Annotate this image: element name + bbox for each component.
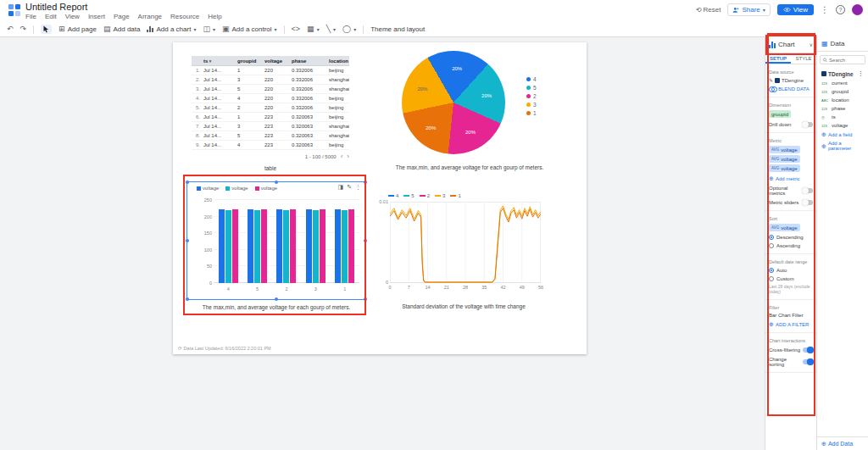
- metric-chip[interactable]: AVGvoltage: [769, 155, 800, 163]
- more-options-icon[interactable]: ⋮: [821, 5, 829, 14]
- bar[interactable]: [348, 209, 354, 283]
- add-page-button[interactable]: ⊞ Add page: [58, 25, 97, 33]
- selection-handle[interactable]: [364, 181, 367, 184]
- reset-button[interactable]: ⟲ Reset: [696, 6, 721, 14]
- blend-data-button[interactable]: BLEND DATA: [769, 86, 813, 92]
- table-chart[interactable]: ts ▾groupidvoltagephaselocation 1.Jul 14…: [192, 56, 349, 171]
- metric-chip[interactable]: AVGvoltage: [769, 146, 800, 153]
- field-phase[interactable]: 123phase: [817, 104, 868, 113]
- legend-item[interactable]: 2: [526, 93, 537, 99]
- legend-item[interactable]: 3: [435, 193, 445, 198]
- dimension-chip[interactable]: groupid: [769, 110, 791, 118]
- bar[interactable]: [335, 209, 341, 283]
- looker-studio-logo[interactable]: [8, 4, 20, 16]
- legend-item[interactable]: 2: [420, 193, 430, 198]
- bar[interactable]: [276, 209, 282, 283]
- share-button[interactable]: Share ▾: [727, 3, 770, 16]
- sort-ascending-radio[interactable]: Ascending: [769, 243, 813, 248]
- table-row[interactable]: 6.Jul 14...12230.320063beijing: [192, 113, 349, 122]
- help-icon[interactable]: ?: [836, 5, 845, 14]
- shape-tool-button[interactable]: ◯ ▾: [342, 25, 356, 33]
- column-ts[interactable]: ts ▾: [202, 58, 236, 64]
- legend-item[interactable]: 4: [388, 193, 398, 198]
- legend-item[interactable]: 5: [526, 85, 537, 91]
- menu-file[interactable]: File: [25, 13, 36, 20]
- add-parameter-button[interactable]: ⊕ Add a parameter: [817, 139, 868, 153]
- add-data-bottom-button[interactable]: ⊕ Add Data: [817, 436, 868, 450]
- table-row[interactable]: 7.Jul 14...32230.320063shanghai: [192, 122, 349, 131]
- search-box[interactable]: [820, 55, 865, 64]
- bar[interactable]: [342, 210, 348, 283]
- menu-help[interactable]: Help: [208, 13, 221, 20]
- view-button[interactable]: View: [777, 4, 814, 15]
- embed-icon[interactable]: <>: [292, 25, 301, 33]
- bar[interactable]: [306, 209, 312, 283]
- menu-view[interactable]: View: [65, 13, 80, 20]
- pie-chart[interactable]: 20%20%20%20%20% 45231 The max,min, and a…: [364, 47, 576, 176]
- legend-item[interactable]: 1: [526, 110, 537, 116]
- data-source-chip[interactable]: ✎ TDengine: [769, 77, 813, 83]
- prev-page-icon[interactable]: ‹: [341, 153, 343, 160]
- optional-metrics-toggle[interactable]: [803, 188, 813, 193]
- date-custom-radio[interactable]: Custom: [769, 276, 813, 281]
- avatar[interactable]: [852, 4, 863, 15]
- selection-handle[interactable]: [364, 297, 367, 301]
- column-location[interactable]: location: [327, 58, 349, 64]
- table-row[interactable]: 2.Jul 14...32200.332006shanghai: [192, 75, 349, 85]
- bar[interactable]: [290, 209, 296, 283]
- metric-sliders-toggle[interactable]: [803, 200, 813, 205]
- redo-icon[interactable]: ↷: [20, 25, 27, 33]
- selection-handle[interactable]: [186, 181, 189, 184]
- change-sorting-toggle[interactable]: [803, 359, 813, 364]
- tab-setup[interactable]: SETUP: [765, 53, 791, 64]
- bar[interactable]: [232, 209, 238, 283]
- edit-datasource-icon[interactable]: ✎: [769, 77, 773, 83]
- chart-type-selector[interactable]: Chart ∨: [765, 36, 816, 53]
- theme-layout-button[interactable]: Theme and layout: [370, 25, 425, 33]
- sort-metric-chip[interactable]: AVG voltage: [769, 224, 800, 231]
- legend-item[interactable]: 5: [403, 193, 414, 198]
- line-tool-button[interactable]: ╲ ▾: [326, 25, 336, 33]
- undo-icon[interactable]: ↶: [7, 25, 14, 33]
- menu-arrange[interactable]: Arrange: [138, 13, 162, 20]
- selection-handle[interactable]: [275, 181, 278, 184]
- add-field-button[interactable]: ⊕ Add a field: [817, 130, 868, 139]
- bar[interactable]: [320, 209, 326, 283]
- selection-handle[interactable]: [364, 239, 367, 242]
- legend-item[interactable]: voltage: [225, 186, 248, 191]
- table-row[interactable]: 1.Jul 14...12200.332006beijing: [192, 66, 349, 75]
- legend-item[interactable]: 3: [526, 102, 537, 108]
- share-dropdown-icon[interactable]: ▾: [763, 7, 765, 13]
- bar[interactable]: [313, 210, 319, 283]
- column-phase[interactable]: phase: [290, 58, 327, 64]
- bar[interactable]: [248, 209, 253, 283]
- image-button[interactable]: ▦ ▾: [307, 25, 320, 33]
- add-chart-button[interactable]: Add a chart ▾: [147, 25, 196, 33]
- field-voltage[interactable]: 123voltage: [817, 121, 868, 130]
- menu-resource[interactable]: Resource: [170, 13, 199, 20]
- legend-item[interactable]: voltage: [197, 186, 219, 191]
- legend-item[interactable]: voltage: [255, 186, 277, 191]
- select-cursor-icon[interactable]: [41, 25, 52, 34]
- add-filter-button[interactable]: ⊕ ADD A FILTER: [769, 321, 813, 327]
- report-title[interactable]: Untitled Report: [25, 2, 87, 12]
- bar[interactable]: [254, 210, 260, 283]
- table-row[interactable]: 9.Jul 14...42230.320063beijing: [192, 141, 349, 150]
- selection-handle[interactable]: [186, 297, 189, 301]
- bar[interactable]: [283, 210, 289, 283]
- table-row[interactable]: 8.Jul 14...52230.320063shanghai: [192, 131, 349, 141]
- metric-chip[interactable]: AVGvoltage: [769, 164, 800, 172]
- menu-insert[interactable]: Insert: [88, 13, 105, 20]
- add-data-button[interactable]: ▤ Add data: [103, 25, 141, 33]
- column-groupid[interactable]: groupid: [236, 58, 263, 64]
- column-voltage[interactable]: voltage: [263, 58, 290, 64]
- add-metric-button[interactable]: ⊕ Add metric: [769, 175, 813, 181]
- bar-chart[interactable]: voltagevoltagevoltage ◨ ✎ ⋮ 050100150200…: [186, 181, 366, 315]
- line-chart[interactable]: 45231 07142128354249560.010 Standard dev…: [376, 192, 551, 315]
- legend-item[interactable]: 1: [450, 193, 460, 198]
- bar[interactable]: [219, 209, 225, 283]
- cross-filtering-toggle[interactable]: [803, 347, 813, 353]
- legend-item[interactable]: 4: [526, 76, 537, 82]
- chart-more-icon[interactable]: ⋮: [355, 184, 361, 191]
- date-auto-radio[interactable]: Auto: [769, 268, 813, 273]
